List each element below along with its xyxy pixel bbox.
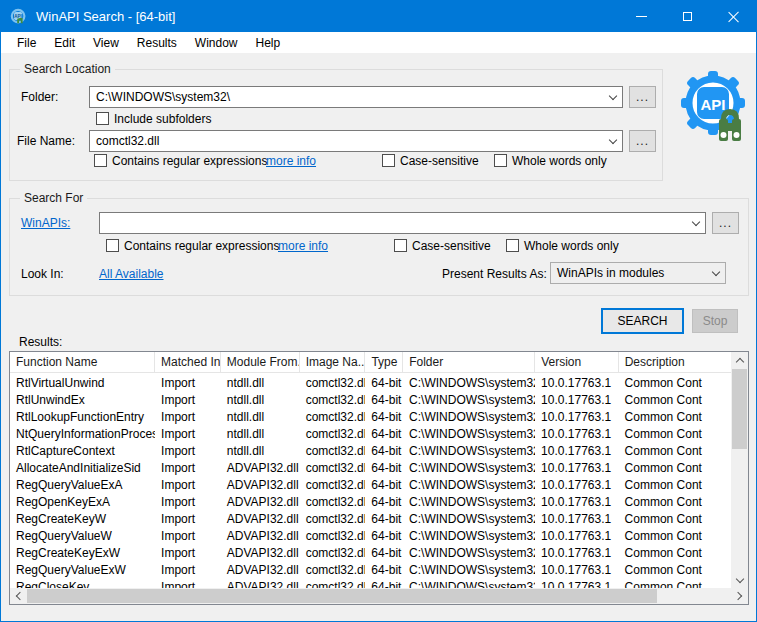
scroll-up-icon[interactable] [731,352,748,369]
table-row[interactable]: RegCreateKeyExW Import ADVAPI32.dll comc… [10,544,731,561]
chevron-down-icon[interactable] [604,140,622,143]
table-row[interactable]: RegQueryValueExW Import ADVAPI32.dll com… [10,561,731,578]
maximize-button[interactable] [664,1,710,32]
menu-view[interactable]: View [84,34,128,52]
table-cell: C:\WINDOWS\system32\ [403,563,535,577]
table-cell: 64-bit [365,529,403,543]
winapis-link[interactable]: WinAPIs: [21,216,70,230]
table-row[interactable]: RtlCaptureContext Import ntdll.dll comct… [10,442,731,459]
table-cell: ntdll.dll [221,376,300,390]
folder-browse-button[interactable]: ... [629,86,656,108]
horizontal-scrollbar[interactable] [10,588,748,604]
search-button[interactable]: SEARCH [601,308,684,334]
table-cell: Common Cont [619,529,731,543]
table-row[interactable]: NtQueryInformationProcess Import ntdll.d… [10,425,731,442]
present-results-dropdown[interactable]: WinAPIs in modules [550,262,726,284]
table-cell: 10.0.17763.1 [535,512,618,526]
table-cell: C:\WINDOWS\system32\ [403,461,535,475]
look-in-all-available-link[interactable]: All Available [99,267,164,281]
table-cell: 64-bit [365,393,403,407]
column-header[interactable]: Function Name [10,352,155,372]
table-cell: Import [155,529,221,543]
scroll-right-icon[interactable] [731,588,748,604]
menu-file[interactable]: File [8,34,45,52]
table-row[interactable]: RtlVirtualUnwind Import ntdll.dll comctl… [10,374,731,391]
vertical-scrollbar[interactable] [731,352,748,589]
horizontal-scrollbar-thumb[interactable] [27,589,657,603]
column-header[interactable]: Image Na... [300,352,366,372]
loc-whole-words-checkbox[interactable] [494,154,507,167]
menu-window[interactable]: Window [186,34,247,52]
table-cell: ntdll.dll [221,444,300,458]
loc-whole-words-label[interactable]: Whole words only [512,154,607,168]
table-cell: Common Cont [619,444,731,458]
table-cell: ADVAPI32.dll [221,546,300,560]
menu-results[interactable]: Results [128,34,186,52]
table-row[interactable]: RegQueryValueW Import ADVAPI32.dll comct… [10,527,731,544]
table-row[interactable]: RtlUnwindEx Import ntdll.dll comctl32.dl… [10,391,731,408]
table-cell: ADVAPI32.dll [221,512,300,526]
column-header[interactable]: Description [619,352,731,372]
for-whole-words-label[interactable]: Whole words only [524,239,619,253]
for-contains-regex-checkbox[interactable] [106,239,119,252]
for-whole-words-checkbox[interactable] [506,239,519,252]
menu-help[interactable]: Help [247,34,290,52]
table-row[interactable]: RegOpenKeyExA Import ADVAPI32.dll comctl… [10,493,731,510]
close-button[interactable] [710,1,756,32]
table-cell: comctl32.dll [300,580,366,589]
column-header[interactable]: Version [535,352,618,372]
column-header[interactable]: Folder [403,352,535,372]
stop-button: Stop [692,309,738,333]
table-cell: comctl32.dll [300,393,366,407]
file-name-combobox[interactable]: comctl32.dll [89,130,623,152]
column-header[interactable]: Matched In [155,352,221,372]
table-cell: C:\WINDOWS\system32\ [403,495,535,509]
vertical-scrollbar-thumb[interactable] [732,369,747,449]
table-cell: comctl32.dll [300,563,366,577]
file-name-browse-button[interactable]: ... [629,130,656,152]
for-case-sensitive-label[interactable]: Case-sensitive [412,239,491,253]
column-header[interactable]: Type [365,352,403,372]
table-row[interactable]: RtlLookupFunctionEntry Import ntdll.dll … [10,408,731,425]
folder-combobox[interactable]: C:\WINDOWS\system32\ [89,86,623,108]
table-cell: 64-bit [365,427,403,441]
column-header[interactable]: Module From... [221,352,300,372]
table-cell: 10.0.17763.1 [535,410,618,424]
for-more-info-link[interactable]: more info [278,239,328,253]
include-subfolders-checkbox[interactable] [96,112,109,125]
include-subfolders-label[interactable]: Include subfolders [114,112,211,126]
for-contains-regex-label[interactable]: Contains regular expressions [124,239,279,253]
minimize-button[interactable] [618,1,664,32]
table-cell: RtlVirtualUnwind [10,376,155,390]
chevron-down-icon[interactable] [687,222,705,225]
menu-edit[interactable]: Edit [45,34,84,52]
loc-case-sensitive-label[interactable]: Case-sensitive [400,154,479,168]
app-icon: API [10,8,28,26]
table-row[interactable]: AllocateAndInitializeSid Import ADVAPI32… [10,459,731,476]
table-cell: ADVAPI32.dll [221,529,300,543]
table-cell: comctl32.dll [300,546,366,560]
table-cell: RegOpenKeyExA [10,495,155,509]
loc-more-info-link[interactable]: more info [266,154,316,168]
folder-label: Folder: [21,90,58,104]
table-cell: comctl32.dll [300,478,366,492]
app-window: API WinAPI Search - [64-bit] File Edit V… [0,0,757,622]
table-cell: Import [155,410,221,424]
chevron-down-icon[interactable] [604,96,622,99]
loc-contains-regex-checkbox[interactable] [94,154,107,167]
scroll-left-icon[interactable] [10,588,27,604]
look-in-label: Look In: [21,267,64,281]
table-row[interactable]: RegCloseKey Import ADVAPI32.dll comctl32… [10,578,731,588]
table-row[interactable]: RegCreateKeyW Import ADVAPI32.dll comctl… [10,510,731,527]
table-cell: Common Cont [619,461,731,475]
table-cell: NtQueryInformationProcess [10,427,155,441]
loc-case-sensitive-checkbox[interactable] [382,154,395,167]
title-bar[interactable]: API WinAPI Search - [64-bit] [1,1,756,32]
scroll-down-icon[interactable] [731,572,748,589]
loc-contains-regex-label[interactable]: Contains regular expressions [112,154,267,168]
table-row[interactable]: RegQueryValueExA Import ADVAPI32.dll com… [10,476,731,493]
for-case-sensitive-checkbox[interactable] [394,239,407,252]
winapis-combobox[interactable] [99,212,706,234]
results-rows: RtlVirtualUnwind Import ntdll.dll comctl… [10,374,731,588]
winapis-browse-button[interactable]: ... [712,212,739,234]
